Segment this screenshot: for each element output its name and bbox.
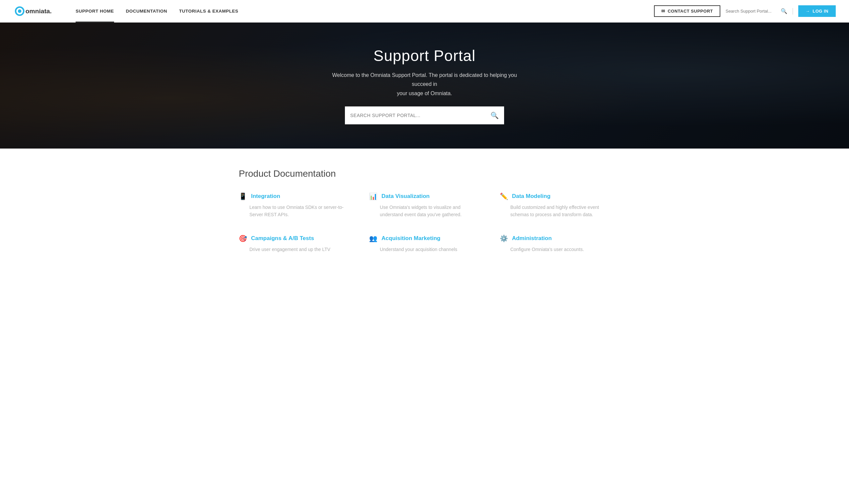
hero-search-icon: 🔍 [490, 111, 499, 119]
doc-desc-administration: Configure Omniata's user accounts. [500, 246, 610, 253]
nav-search-input[interactable] [726, 8, 779, 14]
doc-desc-integration: Learn how to use Omniata SDKs or server-… [239, 203, 349, 218]
doc-link-administration[interactable]: Administration [512, 235, 552, 242]
doc-item-data-visualization-header: 📊 Data Visualization [369, 192, 480, 200]
svg-text:omniata.: omniata. [25, 7, 52, 14]
login-button[interactable]: → Log In [798, 5, 836, 17]
doc-desc-campaigns: Drive user engagement and up the LTV [239, 246, 349, 253]
doc-item-administration: ⚙️ Administration Configure Omniata's us… [500, 234, 610, 253]
doc-item-campaigns: 🎯 Campaigns & A/B Tests Drive user engag… [239, 234, 349, 253]
hero-subtitle-line1: Welcome to the Omniata Support Portal. T… [332, 72, 517, 87]
product-docs-section: Product Documentation 📱 Integration Lear… [225, 148, 624, 273]
doc-item-administration-header: ⚙️ Administration [500, 234, 610, 242]
hero-search-input[interactable] [350, 113, 490, 118]
hero-section: Support Portal Welcome to the Omniata Su… [0, 22, 849, 148]
doc-link-integration[interactable]: Integration [251, 193, 280, 200]
doc-item-campaigns-header: 🎯 Campaigns & A/B Tests [239, 234, 349, 242]
envelope-icon: ✉ [661, 8, 665, 14]
nav-divider [793, 8, 793, 15]
doc-item-data-modeling: ✏️ Data Modeling Build customized and hi… [500, 192, 610, 218]
nav-link-documentation[interactable]: Documentation [120, 0, 174, 22]
doc-link-acquisition-marketing[interactable]: Acquisition Marketing [381, 235, 440, 242]
nav-link-support-home[interactable]: Support Home [70, 0, 120, 22]
doc-item-integration-header: 📱 Integration [239, 192, 349, 200]
doc-desc-data-visualization: Use Omniata's widgets to visualize and u… [369, 203, 480, 218]
hero-search-button[interactable]: 🔍 [490, 111, 499, 119]
doc-grid: 📱 Integration Learn how to use Omniata S… [239, 192, 610, 253]
doc-item-data-visualization: 📊 Data Visualization Use Omniata's widge… [369, 192, 480, 218]
nav-search-icon[interactable]: 🔍 [781, 8, 787, 14]
nav-links: Support Home Documentation Tutorials & E… [70, 0, 654, 22]
hero-subtitle: Welcome to the Omniata Support Portal. T… [332, 71, 517, 98]
doc-item-integration: 📱 Integration Learn how to use Omniata S… [239, 192, 349, 218]
doc-item-data-modeling-header: ✏️ Data Modeling [500, 192, 610, 200]
product-docs-title: Product Documentation [239, 168, 610, 179]
settings-icon: ⚙️ [500, 234, 508, 242]
chart-icon: 📊 [369, 192, 377, 200]
doc-desc-data-modeling: Build customized and highly effective ev… [500, 203, 610, 218]
doc-link-campaigns[interactable]: Campaigns & A/B Tests [251, 235, 314, 242]
hero-search-box: 🔍 [345, 106, 504, 124]
omniata-logo-svg: omniata. [13, 5, 60, 18]
svg-point-1 [18, 9, 21, 13]
hero-title: Support Portal [374, 47, 475, 65]
navbar: omniata. Support Home Documentation Tuto… [0, 0, 849, 22]
users-icon: 👥 [369, 234, 377, 242]
login-btn-label: Log In [813, 8, 828, 14]
hero-content: Support Portal Welcome to the Omniata Su… [325, 47, 524, 124]
doc-link-data-modeling[interactable]: Data Modeling [512, 193, 550, 200]
contact-btn-label: Contact Support [668, 8, 713, 14]
nav-search: 🔍 [726, 8, 787, 14]
target-icon: 🎯 [239, 234, 247, 242]
navbar-right: ✉ Contact Support 🔍 → Log In [654, 5, 836, 17]
pencil-icon: ✏️ [500, 192, 508, 200]
logo[interactable]: omniata. [13, 5, 60, 18]
nav-link-tutorials[interactable]: Tutorials & Examples [173, 0, 245, 22]
doc-desc-acquisition-marketing: Understand your acquisition channels [369, 246, 480, 253]
doc-link-data-visualization[interactable]: Data Visualization [381, 193, 430, 200]
doc-item-acquisition-header: 👥 Acquisition Marketing [369, 234, 480, 242]
contact-support-button[interactable]: ✉ Contact Support [654, 5, 720, 17]
doc-item-acquisition-marketing: 👥 Acquisition Marketing Understand your … [369, 234, 480, 253]
mobile-icon: 📱 [239, 192, 247, 200]
login-arrow-icon: → [806, 8, 810, 14]
hero-subtitle-line2: your usage of Omniata. [397, 91, 452, 96]
